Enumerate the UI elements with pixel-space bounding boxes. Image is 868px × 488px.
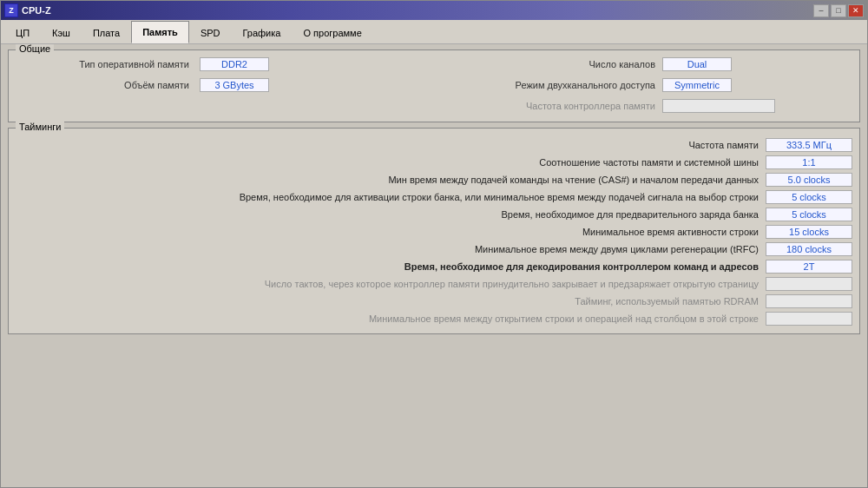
memory-size-label: Объём памяти — [16, 80, 189, 90]
timing-row-1: Соотношение частоты памяти и системной ш… — [16, 155, 852, 170]
timing-value-3: 5 clocks — [766, 190, 852, 204]
memory-type-label: Тип оперативной памяти — [16, 59, 189, 69]
timing-value-8 — [766, 277, 852, 291]
channels-value: Dual — [662, 57, 732, 71]
channels-label: Число каналов — [447, 59, 655, 69]
timing-value-4: 5 clocks — [766, 208, 852, 221]
timing-value-7: 2T — [766, 260, 852, 274]
timing-label-6: Минимальное время между двумя циклами ре… — [16, 243, 759, 255]
tab-mainboard[interactable]: Плата — [82, 22, 131, 43]
tab-cache[interactable]: Кэш — [41, 22, 82, 43]
timing-label-0: Частота памяти — [16, 139, 759, 151]
timing-label-10: Минимальное время между открытием строки… — [16, 313, 759, 325]
timing-value-2: 5.0 clocks — [766, 173, 852, 187]
dual-mode-label: Режим двухканального доступа — [447, 80, 655, 90]
memory-size-row: Объём памяти 3 GBytes — [16, 78, 421, 92]
timing-row-3: Время, необходимое для активации строки … — [16, 189, 852, 205]
tab-spd[interactable]: SPD — [189, 22, 232, 43]
general-group-label: Общие — [16, 44, 54, 54]
timings-list: Частота памяти 333.5 МГц Соотношение час… — [16, 137, 852, 326]
timing-row-10: Минимальное время между открытием строки… — [16, 311, 852, 326]
timing-value-0: 333.5 МГц — [766, 138, 852, 152]
timing-value-6: 180 clocks — [766, 242, 852, 256]
maximize-button[interactable]: □ — [831, 4, 846, 17]
timing-row-2: Мин время между подачей команды на чтени… — [16, 172, 852, 188]
timing-row-4: Время, необходимое для предварительного … — [16, 207, 852, 222]
tab-cpu[interactable]: ЦП — [4, 22, 41, 43]
close-button[interactable]: ✕ — [848, 4, 864, 17]
minimize-button[interactable]: – — [813, 4, 829, 17]
timing-label-3: Время, необходимое для активации строки … — [16, 191, 759, 203]
timing-row-8: Число тактов, через которое контроллер п… — [16, 276, 852, 292]
memory-type-value: DDR2 — [200, 57, 269, 71]
tab-bar: ЦП Кэш Плата Память SPD Графика О програ… — [1, 20, 867, 44]
app-icon: Z — [4, 3, 18, 17]
timings-group: Тайминги Частота памяти 333.5 МГц Соотно… — [8, 128, 860, 334]
controller-freq-value — [662, 99, 775, 113]
dual-mode-value: Symmetric — [662, 78, 732, 92]
timing-value-10 — [766, 312, 852, 326]
timings-group-label: Тайминги — [16, 122, 64, 132]
channels-row: Число каналов Dual — [447, 57, 852, 71]
timing-row-0: Частота памяти 333.5 МГц — [16, 137, 852, 153]
tab-about[interactable]: О программе — [292, 22, 372, 43]
timing-row-5: Минимальное время активности строки 15 c… — [16, 224, 852, 240]
content-area: Общие Тип оперативной памяти DDR2 Объём … — [1, 44, 867, 487]
timing-row-6: Минимальное время между двумя циклами ре… — [16, 241, 852, 257]
timing-label-1: Соотношение частоты памяти и системной ш… — [16, 156, 759, 168]
timing-label-4: Время, необходимое для предварительного … — [16, 208, 759, 221]
memory-size-value: 3 GBytes — [200, 78, 269, 92]
tab-memory[interactable]: Память — [131, 21, 189, 43]
timing-label-9: Тайминг, используемый памятью RDRAM — [16, 295, 759, 307]
general-group: Общие Тип оперативной памяти DDR2 Объём … — [8, 49, 860, 122]
app-title: CPU-Z — [22, 5, 51, 16]
titlebar-left: Z CPU-Z — [4, 3, 51, 17]
titlebar: Z CPU-Z – □ ✕ — [1, 1, 867, 20]
timing-value-5: 15 clocks — [766, 225, 852, 239]
titlebar-buttons: – □ ✕ — [813, 4, 864, 17]
timing-row-7: Время, необходимое для декодирования кон… — [16, 259, 852, 274]
timing-label-5: Минимальное время активности строки — [16, 226, 759, 238]
controller-freq-row: Частота контроллера памяти — [447, 99, 852, 113]
timing-row-9: Тайминг, используемый памятью RDRAM — [16, 293, 852, 309]
timing-label-2: Мин время между подачей команды на чтени… — [16, 174, 759, 186]
dual-mode-row: Режим двухканального доступа Symmetric — [447, 78, 852, 92]
main-window: Z CPU-Z – □ ✕ ЦП Кэш Плата Память SPD Гр… — [0, 0, 868, 488]
timing-value-9 — [766, 294, 852, 308]
controller-freq-label: Частота контроллера памяти — [447, 101, 655, 111]
tab-graphics[interactable]: Графика — [232, 22, 293, 43]
memory-type-row: Тип оперативной памяти DDR2 — [16, 57, 421, 71]
timing-value-1: 1:1 — [766, 155, 852, 169]
timing-label-8: Число тактов, через которое контроллер п… — [16, 278, 759, 290]
timing-label-7: Время, необходимое для декодирования кон… — [16, 260, 759, 273]
